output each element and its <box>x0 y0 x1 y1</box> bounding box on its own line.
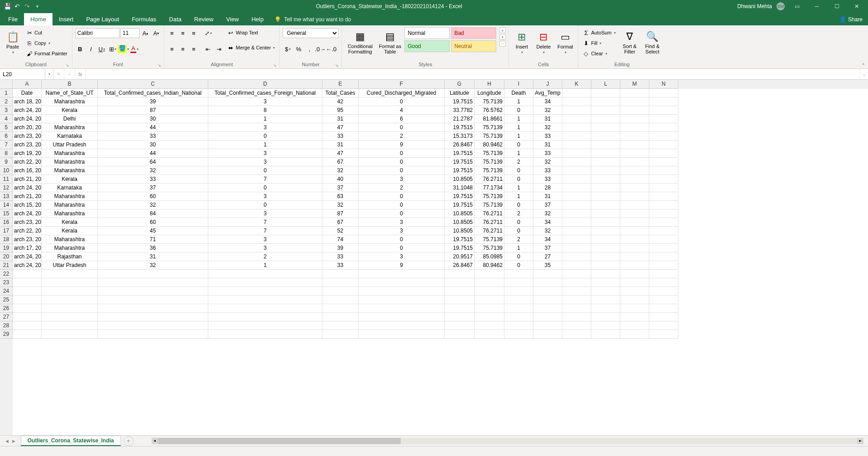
cell[interactable] <box>42 313 98 321</box>
cell[interactable] <box>359 304 445 313</box>
row-header[interactable]: 2 <box>0 97 13 106</box>
scroll-thumb[interactable] <box>152 438 401 444</box>
cell[interactable]: 1 <box>208 115 322 123</box>
cell[interactable] <box>562 201 591 209</box>
cell[interactable]: 37 <box>533 201 562 209</box>
cell[interactable] <box>359 313 445 321</box>
cell[interactable] <box>504 270 533 278</box>
column-header[interactable]: H <box>475 80 504 89</box>
cell[interactable]: arch 19, 20 <box>13 149 42 158</box>
style-bad[interactable]: Bad <box>451 27 496 39</box>
cell[interactable]: 32 <box>533 123 562 132</box>
cell[interactable]: 0 <box>359 209 445 218</box>
cell[interactable] <box>475 330 504 339</box>
cell[interactable] <box>504 296 533 304</box>
cell[interactable] <box>591 244 620 252</box>
row-header[interactable]: 3 <box>0 106 13 115</box>
comma-format-icon[interactable]: , <box>304 44 314 54</box>
cell[interactable] <box>98 313 208 321</box>
cell[interactable] <box>533 304 562 313</box>
cell[interactable]: 71 <box>98 235 208 244</box>
cell[interactable] <box>208 304 322 313</box>
cell[interactable] <box>562 158 591 166</box>
styles-up-icon[interactable]: ▴ <box>499 27 506 33</box>
row-header[interactable]: 21 <box>0 261 13 270</box>
cell[interactable] <box>445 304 475 313</box>
cell[interactable]: 37 <box>98 184 208 192</box>
cell[interactable] <box>322 278 359 287</box>
cell[interactable]: 0 <box>504 141 533 149</box>
cell[interactable] <box>42 270 98 278</box>
cell[interactable]: arch 23, 20 <box>13 235 42 244</box>
cell[interactable] <box>562 218 591 227</box>
cell[interactable] <box>620 149 649 158</box>
cell[interactable]: 0 <box>359 166 445 175</box>
cell[interactable] <box>620 184 649 192</box>
row-header[interactable]: 1 <box>0 89 13 97</box>
row-header[interactable]: 25 <box>0 296 13 304</box>
row-header[interactable]: 5 <box>0 123 13 132</box>
cell[interactable] <box>649 287 678 296</box>
cell[interactable]: 8 <box>208 106 322 115</box>
cell[interactable]: 31 <box>98 252 208 261</box>
cell[interactable] <box>562 252 591 261</box>
increase-indent-icon[interactable]: ⇥ <box>214 44 224 54</box>
cell[interactable] <box>533 278 562 287</box>
cell[interactable]: 32 <box>322 166 359 175</box>
redo-icon[interactable]: ↷ <box>24 3 31 10</box>
cell[interactable] <box>533 313 562 321</box>
tab-review[interactable]: Review <box>188 13 220 25</box>
fx-icon[interactable]: fx <box>75 69 86 79</box>
cell[interactable] <box>445 321 475 330</box>
cell[interactable]: 0 <box>359 97 445 106</box>
cell[interactable]: Maharashtra <box>42 244 98 252</box>
column-header[interactable]: E <box>322 80 359 89</box>
cell[interactable]: 0 <box>359 158 445 166</box>
cell[interactable] <box>591 235 620 244</box>
scroll-right-icon[interactable]: ► <box>857 438 863 444</box>
row-header[interactable]: 9 <box>0 158 13 166</box>
cell[interactable]: Date <box>13 89 42 97</box>
cell[interactable] <box>13 313 42 321</box>
cell[interactable]: 2 <box>504 209 533 218</box>
select-all-corner[interactable] <box>0 80 13 89</box>
cell[interactable]: 0 <box>208 201 322 209</box>
cell[interactable]: 44 <box>98 149 208 158</box>
cell[interactable]: 0 <box>504 261 533 270</box>
cell[interactable]: 39 <box>98 97 208 106</box>
cell[interactable] <box>42 278 98 287</box>
cell[interactable] <box>591 296 620 304</box>
paste-button[interactable]: 📋 Paste ▾ <box>3 27 23 58</box>
cell[interactable] <box>562 278 591 287</box>
cell[interactable] <box>591 227 620 235</box>
copy-button[interactable]: ⎘Copy▾ <box>24 39 69 48</box>
cell[interactable]: 1 <box>504 115 533 123</box>
cell[interactable] <box>591 158 620 166</box>
cell[interactable]: 30 <box>98 115 208 123</box>
cell[interactable]: arch 17, 20 <box>13 244 42 252</box>
cell[interactable]: Rajasthan <box>42 252 98 261</box>
cell[interactable]: 31 <box>533 141 562 149</box>
cell[interactable]: 33 <box>322 132 359 141</box>
cell[interactable]: 19.7515 <box>445 244 475 252</box>
cell[interactable] <box>620 132 649 141</box>
cell[interactable]: 67 <box>322 158 359 166</box>
cell[interactable]: 32 <box>98 261 208 270</box>
cell[interactable]: 34 <box>533 218 562 227</box>
qat-customize-icon[interactable]: ▾ <box>34 3 41 10</box>
cell[interactable] <box>620 141 649 149</box>
cell[interactable] <box>591 201 620 209</box>
cell[interactable] <box>649 296 678 304</box>
increase-decimal-icon[interactable]: .0→ <box>315 44 325 54</box>
cell[interactable] <box>649 166 678 175</box>
cell[interactable]: 3 <box>208 97 322 106</box>
align-center-icon[interactable]: ≡ <box>178 44 188 54</box>
cell[interactable] <box>13 321 42 330</box>
cell[interactable]: Latitude <box>445 89 475 97</box>
cell[interactable] <box>42 330 98 339</box>
style-normal[interactable]: Normal <box>404 27 450 39</box>
cell[interactable]: 33 <box>322 252 359 261</box>
cell[interactable] <box>649 209 678 218</box>
cell[interactable] <box>445 313 475 321</box>
cell[interactable]: arch 21, 20 <box>13 192 42 201</box>
